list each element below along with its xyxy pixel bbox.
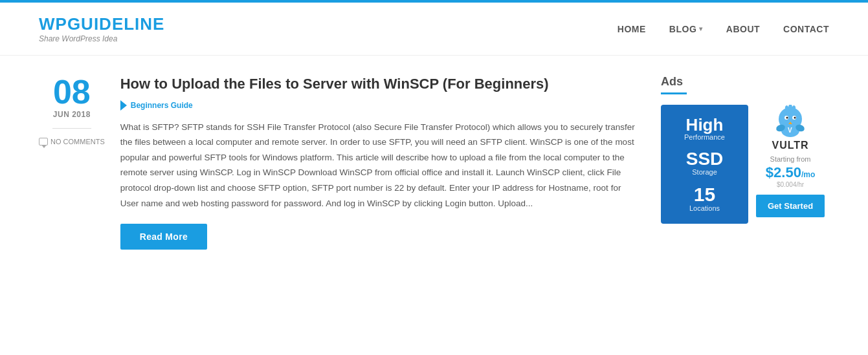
article-category[interactable]: Beginners Guide (120, 100, 635, 111)
comments-label: NO COMMENTS (50, 138, 105, 145)
vultr-price-hr: $0.004/hr (777, 181, 804, 188)
nav-item-home[interactable]: HOME (618, 24, 646, 34)
nav-item-about[interactable]: ABOUT (726, 24, 760, 34)
article-body: What is SFTP? SFTP stands for SSH File T… (120, 120, 635, 211)
vultr-price-row: $2.50/mo (766, 164, 815, 181)
vultr-bird-icon: V (773, 105, 808, 140)
ads-underline (661, 92, 687, 94)
vultr-locations-label: Locations (670, 204, 739, 212)
main-nav: HOME BLOG ▾ ABOUT CONTACT (618, 24, 829, 34)
vultr-storage-text: Storage (670, 168, 739, 176)
svg-point-4 (794, 117, 796, 119)
vultr-ad-box[interactable]: High Performance SSD Storage 15 Location… (661, 105, 748, 224)
svg-point-3 (786, 117, 788, 119)
article-title[interactable]: How to Upload the Files to Server with W… (120, 75, 635, 94)
vultr-locations-num: 15 (670, 185, 739, 204)
site-logo-title[interactable]: WPGUIDELINE (39, 14, 164, 34)
get-started-button[interactable]: Get Started (756, 195, 825, 217)
logo-area[interactable]: WPGUIDELINE Share WordPress Idea (39, 14, 164, 43)
vultr-performance-text: Performance (670, 133, 739, 141)
nav-item-contact[interactable]: CONTACT (783, 24, 829, 34)
vultr-starting-from: Starting from (770, 155, 811, 163)
article-content: How to Upload the Files to Server with W… (120, 75, 635, 250)
svg-text:V: V (788, 127, 792, 134)
comments-area[interactable]: NO COMMENTS (39, 138, 105, 145)
comment-icon (39, 138, 48, 145)
vultr-high-text: High (670, 116, 739, 133)
ad-vultr: High Performance SSD Storage 15 Location… (661, 105, 829, 224)
vultr-ssd-text: SSD (670, 150, 739, 168)
site-tagline: Share WordPress Idea (39, 34, 164, 43)
category-flag-icon (120, 100, 127, 111)
nav-item-blog[interactable]: BLOG ▾ (669, 24, 703, 34)
date-divider (52, 128, 91, 129)
vultr-ad-right: V VULTR Starting from $2.50/mo $0.004/hr… (756, 105, 825, 217)
article-date-month-year: JUN 2018 (53, 110, 91, 119)
article-section: 08 JUN 2018 NO COMMENTS How to Upload th… (39, 75, 635, 250)
read-more-button[interactable]: Read More (120, 224, 207, 250)
vultr-price-mo: /mo (801, 170, 815, 179)
category-label: Beginners Guide (131, 101, 193, 110)
site-header: WPGUIDELINE Share WordPress Idea HOME BL… (0, 3, 868, 56)
date-column: 08 JUN 2018 NO COMMENTS (39, 75, 105, 250)
ads-title: Ads (661, 75, 829, 89)
vultr-brand-name: VULTR (772, 140, 808, 151)
main-content: 08 JUN 2018 NO COMMENTS How to Upload th… (0, 56, 868, 269)
sidebar: Ads High Performance SSD Storage 15 Loca… (661, 75, 829, 250)
article-date-day: 08 (53, 75, 91, 109)
chevron-down-icon: ▾ (699, 25, 703, 32)
vultr-price: $2.50 (766, 164, 801, 180)
